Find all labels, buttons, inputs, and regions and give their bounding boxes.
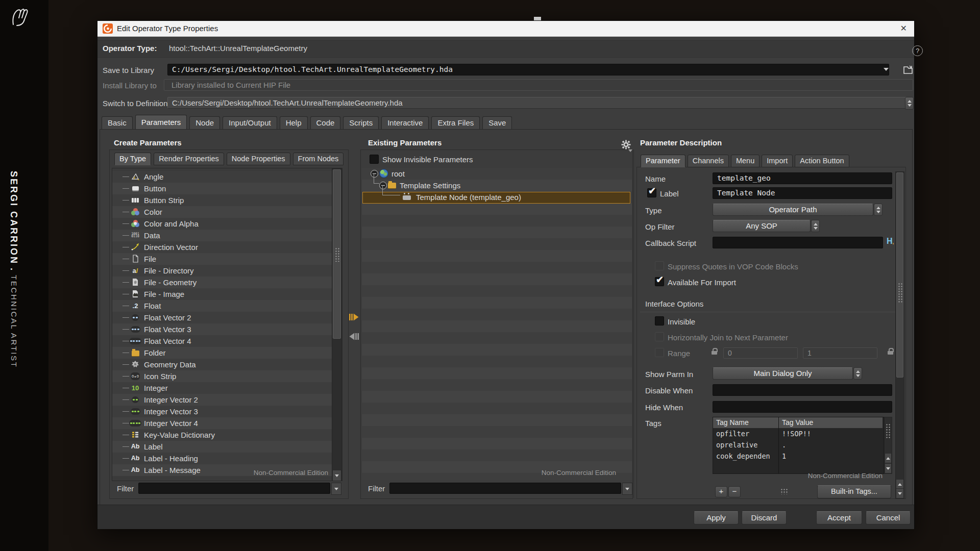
- available-for-import-checkbox[interactable]: [655, 277, 664, 286]
- hscript-language-icon[interactable]: H,: [887, 237, 894, 246]
- subtab-render-properties[interactable]: Render Properties: [154, 153, 224, 165]
- param-type-item-geometry-data[interactable]: Geometry Data: [112, 359, 332, 370]
- tab-save[interactable]: Save: [482, 116, 512, 129]
- remove-tag-button[interactable]: −: [728, 486, 741, 497]
- param-list-scroll-down-icon[interactable]: [332, 470, 341, 481]
- pd-tab-action-button[interactable]: Action Button: [795, 155, 849, 167]
- tab-extra-files[interactable]: Extra Files: [431, 116, 480, 129]
- switch-to-definition-field[interactable]: C:/Users/Sergi/Desktop/htool.TechArt.Unr…: [167, 97, 908, 109]
- type-spinner[interactable]: [874, 204, 883, 216]
- tags-column-header[interactable]: Tag Value: [779, 417, 883, 428]
- param-type-item-color[interactable]: Color: [112, 206, 332, 218]
- tag-name-cell[interactable]: opfilter: [713, 428, 778, 439]
- tab-parameters[interactable]: Parameters: [135, 115, 187, 129]
- label-input[interactable]: Template Node: [713, 187, 892, 199]
- tags-scrollbar[interactable]: [884, 417, 892, 474]
- existing-filter-input[interactable]: [389, 483, 621, 494]
- tab-help[interactable]: Help: [280, 116, 308, 129]
- tag-value-cell[interactable]: !!SOP!!: [779, 428, 883, 439]
- param-type-item-icon-strip[interactable]: o▴oIcon Strip: [112, 370, 332, 382]
- create-filter-dropdown-icon[interactable]: [331, 483, 341, 495]
- param-type-item-angle[interactable]: Angle: [112, 171, 332, 183]
- built-in-tags-button[interactable]: Built-in Tags...: [817, 485, 891, 498]
- tab-input-output[interactable]: Input/Output: [223, 116, 277, 129]
- existing-filter-dropdown-icon[interactable]: [622, 483, 632, 495]
- param-type-item-file[interactable]: File: [112, 253, 332, 265]
- file-chooser-icon[interactable]: [902, 64, 914, 76]
- panel-scrollbar-thumb[interactable]: [896, 172, 903, 378]
- tab-basic[interactable]: Basic: [102, 116, 133, 129]
- disable-when-input[interactable]: [713, 384, 892, 396]
- param-type-item-direction-vector[interactable]: Direction Vector: [112, 241, 332, 253]
- switch-definition-spinner[interactable]: [905, 97, 914, 110]
- param-type-item-data[interactable]: 10010110Data: [112, 230, 332, 241]
- tree-row[interactable]: Template Settings: [362, 180, 632, 191]
- name-input[interactable]: template_geo: [713, 172, 892, 184]
- type-dropdown[interactable]: Operator Path: [713, 204, 873, 216]
- param-type-item-file-image[interactable]: File - Image: [112, 288, 332, 300]
- subtab-from-nodes[interactable]: From Nodes: [293, 153, 344, 165]
- subtab-node-properties[interactable]: Node Properties: [227, 153, 290, 165]
- tab-scripts[interactable]: Scripts: [343, 116, 379, 129]
- tags-resize-grip[interactable]: [780, 488, 789, 494]
- op-filter-dropdown[interactable]: Any SOP: [713, 220, 811, 232]
- panel-scroll-up-icon[interactable]: [896, 479, 904, 489]
- show-invisible-checkbox[interactable]: [370, 155, 379, 164]
- show-parm-in-dropdown[interactable]: Main Dialog Only: [713, 367, 853, 380]
- cancel-button[interactable]: Cancel: [866, 511, 911, 524]
- tree-row[interactable]: Template Node (template_geo): [362, 191, 632, 203]
- tag-value-cell[interactable]: 1: [779, 450, 883, 462]
- param-type-item-key-value-dictionary[interactable]: Key-Value Dictionary: [112, 429, 332, 441]
- param-type-item-integer-vector-2[interactable]: Integer Vector 2: [112, 394, 332, 406]
- invisible-checkbox[interactable]: [655, 316, 664, 325]
- save-to-library-field[interactable]: C:/Users/Sergi/Desktop/htool.TechArt.Unr…: [167, 64, 889, 76]
- param-list-scrollbar-thumb[interactable]: [333, 169, 341, 339]
- param-type-item-label-heading[interactable]: AbLabel - Heading: [112, 453, 332, 464]
- param-type-item-folder[interactable]: Folder: [112, 347, 332, 359]
- apply-button[interactable]: Apply: [694, 511, 739, 524]
- tag-value-cell[interactable]: .: [779, 439, 883, 450]
- pd-tab-channels[interactable]: Channels: [688, 155, 729, 167]
- help-icon[interactable]: ?: [912, 45, 923, 56]
- tab-interactive[interactable]: Interactive: [381, 116, 429, 129]
- expand-pane-left-icon[interactable]: [349, 332, 359, 341]
- tag-name-cell[interactable]: oprelative: [713, 439, 778, 450]
- param-type-item-color-and-alpha[interactable]: Color and Alpha: [112, 218, 332, 230]
- accept-button[interactable]: Accept: [816, 511, 862, 524]
- tab-code[interactable]: Code: [310, 116, 341, 129]
- window-titlebar[interactable]: Edit Operator Type Properties ✕: [97, 21, 914, 37]
- hide-when-input[interactable]: [713, 401, 892, 413]
- tree-row[interactable]: root: [362, 168, 632, 180]
- param-type-item-integer-vector-3[interactable]: Integer Vector 3: [112, 406, 332, 417]
- subtab-by-type[interactable]: By Type: [114, 153, 151, 165]
- param-type-item-file-geometry[interactable]: File - Geometry: [112, 277, 332, 288]
- pd-tab-parameter[interactable]: Parameter: [641, 155, 685, 167]
- show-parm-in-spinner[interactable]: [853, 367, 862, 380]
- discard-button[interactable]: Discard: [742, 511, 787, 524]
- label-checkbox[interactable]: [647, 188, 656, 197]
- param-type-item-file-directory[interactable]: a/File - Directory: [112, 265, 332, 277]
- param-type-item-float-vector-3[interactable]: Float Vector 3: [112, 323, 332, 335]
- tags-table[interactable]: Tag NameTag Valueopfilter!!SOP!!oprelati…: [713, 417, 884, 474]
- param-type-item-float-vector-4[interactable]: Float Vector 4: [112, 335, 332, 347]
- tags-scroll-down-icon[interactable]: [885, 463, 892, 473]
- op-filter-spinner[interactable]: [811, 220, 820, 232]
- param-type-item-button-strip[interactable]: Button Strip: [112, 194, 332, 206]
- param-type-item-integer-vector-4[interactable]: Integer Vector 4: [112, 417, 332, 429]
- tab-node[interactable]: Node: [189, 116, 220, 129]
- pd-tab-import[interactable]: Import: [762, 155, 793, 167]
- param-type-item-label[interactable]: AbLabel: [112, 441, 332, 453]
- close-icon[interactable]: ✕: [900, 23, 907, 33]
- panel-scrollbar[interactable]: [895, 171, 904, 499]
- tags-scroll-up-icon[interactable]: [885, 453, 892, 463]
- param-type-item-integer[interactable]: 10Integer: [112, 382, 332, 394]
- callback-script-input[interactable]: [713, 237, 883, 248]
- pd-tab-menu[interactable]: Menu: [731, 155, 760, 167]
- expand-pane-right-icon[interactable]: [349, 313, 359, 321]
- gear-dropdown-icon[interactable]: [628, 149, 632, 152]
- param-type-item-float[interactable]: .2Float: [112, 300, 332, 312]
- add-tag-button[interactable]: +: [715, 486, 727, 497]
- tags-column-header[interactable]: Tag Name: [713, 417, 778, 428]
- panel-scroll-down-icon[interactable]: [896, 488, 904, 498]
- param-type-item-float-vector-2[interactable]: Float Vector 2: [112, 312, 332, 323]
